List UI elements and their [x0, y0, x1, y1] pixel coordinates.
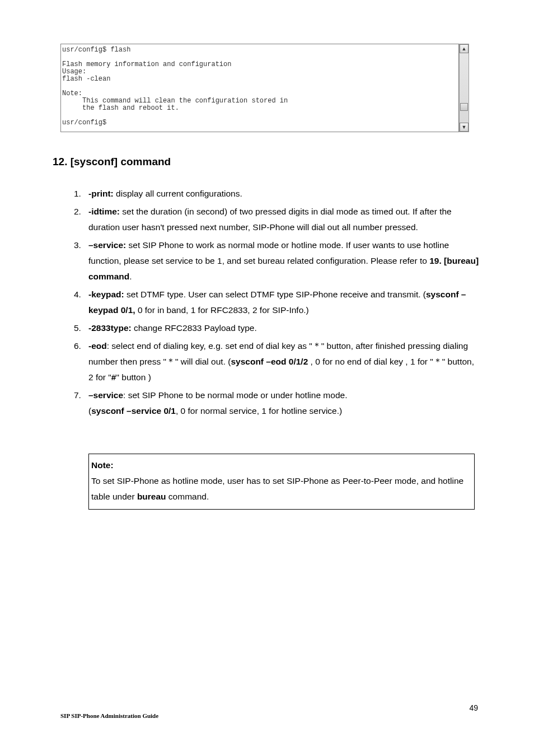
scroll-down-icon[interactable]: ▼ — [460, 123, 469, 132]
list-item: 1. -print: display all current configura… — [74, 186, 479, 202]
option-list: 1. -print: display all current configura… — [74, 186, 479, 421]
option-desc: set the duration (in second) of two pres… — [88, 207, 452, 232]
option-flag: –service — [88, 390, 123, 400]
note-bold: bureau — [137, 492, 166, 501]
option-desc: : set SIP Phone to be normal mode or und… — [123, 390, 347, 400]
option-desc: change RFC2833 Payload type. — [132, 323, 257, 333]
list-number: 2. — [74, 204, 81, 220]
list-item: 4. -keypad: set DTMF type. User can sele… — [74, 287, 479, 318]
list-number: 3. — [74, 237, 81, 253]
note-body: To set SIP-Phone as hotline mode, user h… — [91, 473, 471, 505]
page-number: 49 — [469, 703, 478, 712]
cmd-bold: sysconf –eod 0/1/2 — [231, 357, 308, 366]
option-desc: 0 for in band, 1 for RFC2833, 2 for SIP-… — [135, 305, 309, 315]
list-number: 4. — [74, 287, 81, 302]
cmd-bold: sysconf –service 0/1 — [91, 406, 176, 416]
option-flag: -keypad: — [88, 290, 124, 299]
list-number: 7. — [74, 388, 81, 403]
footer-doc-title: SIP SIP-Phone Administration Guide — [60, 712, 158, 719]
list-number: 6. — [74, 338, 81, 354]
list-number: 5. — [74, 320, 81, 336]
note-text: command. — [166, 492, 209, 501]
option-desc: set SIP Phone to work as normal mode or … — [88, 240, 449, 265]
note-box: Note: To set SIP-Phone as hotline mode, … — [88, 454, 475, 510]
option-desc: " button ) — [116, 372, 151, 382]
option-desc: , 0 for normal service, 1 for hotline se… — [176, 406, 342, 416]
option-flag: -idtime: — [88, 207, 120, 216]
option-flag: –service: — [88, 240, 126, 250]
terminal-output: usr/config$ flash Flash memory informati… — [60, 44, 459, 132]
option-flag: -2833type: — [88, 323, 132, 333]
option-desc: display all current configurations. — [114, 189, 242, 198]
list-number: 1. — [74, 186, 81, 202]
list-item: 6. -eod: select end of dialing key, e.g.… — [74, 338, 479, 385]
note-title: Note: — [91, 458, 471, 473]
list-item: 7. –service: set SIP Phone to be normal … — [74, 388, 479, 419]
list-item: 5. -2833type: change RFC2833 Payload typ… — [74, 320, 479, 336]
terminal-screenshot: usr/config$ flash Flash memory informati… — [60, 44, 469, 132]
option-desc: set DTMF type. User can select DTMF type… — [124, 290, 426, 299]
option-desc: . — [129, 272, 132, 281]
option-flag: -print: — [88, 189, 114, 198]
list-item: 3. –service: set SIP Phone to work as no… — [74, 237, 479, 284]
list-item: 2. -idtime: set the duration (in second)… — [74, 204, 479, 235]
section-heading: 12. [sysconf] command — [53, 156, 171, 168]
scrollbar[interactable]: ▲ ▼ — [459, 44, 469, 132]
scrollbar-thumb[interactable] — [460, 103, 468, 111]
option-flag: -eod — [88, 341, 107, 351]
scroll-up-icon[interactable]: ▲ — [460, 44, 469, 53]
